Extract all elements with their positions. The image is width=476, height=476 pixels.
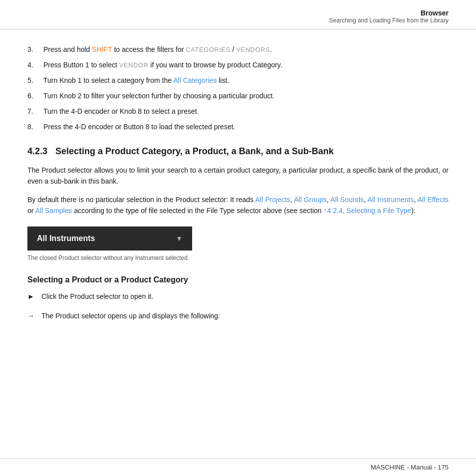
list-item-6: 6. Turn Knob 2 to filter your selection … bbox=[27, 91, 449, 101]
all-groups-link: All Groups bbox=[294, 196, 327, 204]
widget-label: All Instruments bbox=[37, 234, 95, 243]
action-text-1: Click the Product selector to open it. bbox=[41, 291, 449, 302]
action-arrow-2: → bbox=[27, 311, 41, 321]
list-number-4: 4. bbox=[27, 60, 43, 70]
all-projects-link: All Projects bbox=[255, 196, 290, 204]
list-content-8: Press the 4-D encoder or Button 8 to loa… bbox=[43, 122, 449, 132]
categories-tag: CATEGORIES bbox=[186, 46, 230, 53]
all-sounds-link: All Sounds bbox=[330, 196, 364, 204]
list-content-6: Turn Knob 2 to filter your selection fur… bbox=[43, 91, 449, 101]
list-item-8: 8. Press the 4-D encoder or Button 8 to … bbox=[27, 122, 449, 132]
list-number-3: 3. bbox=[27, 44, 43, 55]
list-item-5: 5. Turn Knob 1 to select a category from… bbox=[27, 75, 449, 86]
widget-caption: The closed Product selector without any … bbox=[27, 254, 449, 261]
list-number-8: 8. bbox=[27, 122, 43, 132]
list-content-5: Turn Knob 1 to select a category from th… bbox=[43, 75, 449, 86]
list-content-3: Press and hold SHIFT to access the filte… bbox=[43, 44, 449, 55]
list-item-7: 7. Turn the 4-D encoder or Knob 8 to sel… bbox=[27, 106, 449, 117]
section-number: 4.2.3 bbox=[27, 146, 47, 157]
list-item-3: 3. Press and hold SHIFT to access the fi… bbox=[27, 44, 449, 55]
all-instruments-link: All Instruments bbox=[368, 196, 414, 204]
all-effects-link: All Effects bbox=[418, 196, 449, 204]
vendors-tag: VENDORS bbox=[236, 46, 270, 53]
shift-keyword: SHIFT bbox=[92, 45, 112, 53]
product-selector-widget[interactable]: All Instruments ▼ bbox=[27, 227, 192, 250]
all-samples-link: All Samples bbox=[35, 207, 72, 215]
widget-dropdown-arrow: ▼ bbox=[176, 235, 183, 242]
vendor-tag: VENDOR bbox=[119, 61, 149, 69]
page-footer: MASCHINE - Manual - 175 bbox=[0, 458, 476, 476]
list-content-7: Turn the 4-D encoder or Knob 8 to select… bbox=[43, 106, 449, 117]
footer-text: MASCHINE - Manual - 175 bbox=[371, 464, 449, 471]
action-item-click: ► Click the Product selector to open it. bbox=[27, 291, 449, 302]
action-text-2: The Product selector opens up and displa… bbox=[41, 311, 449, 321]
header-title: Browser bbox=[27, 9, 449, 17]
page-container: Browser Searching and Loading Files from… bbox=[0, 0, 476, 476]
section-heading: 4.2.3 Selecting a Product Category, a Pr… bbox=[27, 146, 449, 157]
list-number-5: 5. bbox=[27, 75, 43, 86]
header-subtitle: Searching and Loading Files from the Lib… bbox=[27, 17, 449, 24]
list-number-7: 7. bbox=[27, 106, 43, 117]
body-para-2: By default there is no particular select… bbox=[27, 194, 449, 217]
section-ref-link: ↑4.2.4, Selecting a File Type bbox=[324, 207, 412, 215]
list-item-4: 4. Press Button 1 to select VENDOR if yo… bbox=[27, 60, 449, 70]
action-item-result: → The Product selector opens up and disp… bbox=[27, 311, 449, 321]
list-number-6: 6. bbox=[27, 91, 43, 101]
sub-heading: Selecting a Product or a Product Categor… bbox=[27, 275, 449, 284]
list-content-4: Press Button 1 to select VENDOR if you w… bbox=[43, 60, 449, 70]
page-header: Browser Searching and Loading Files from… bbox=[0, 0, 476, 29]
action-bullet-1: ► bbox=[27, 291, 41, 302]
content-area: 3. Press and hold SHIFT to access the fi… bbox=[0, 29, 476, 370]
section-title: Selecting a Product Category, a Product,… bbox=[55, 146, 334, 157]
body-para-1: The Product selector allows you to limit… bbox=[27, 165, 449, 187]
all-categories-link: All Categories bbox=[173, 76, 217, 84]
numbered-list: 3. Press and hold SHIFT to access the fi… bbox=[27, 44, 449, 132]
